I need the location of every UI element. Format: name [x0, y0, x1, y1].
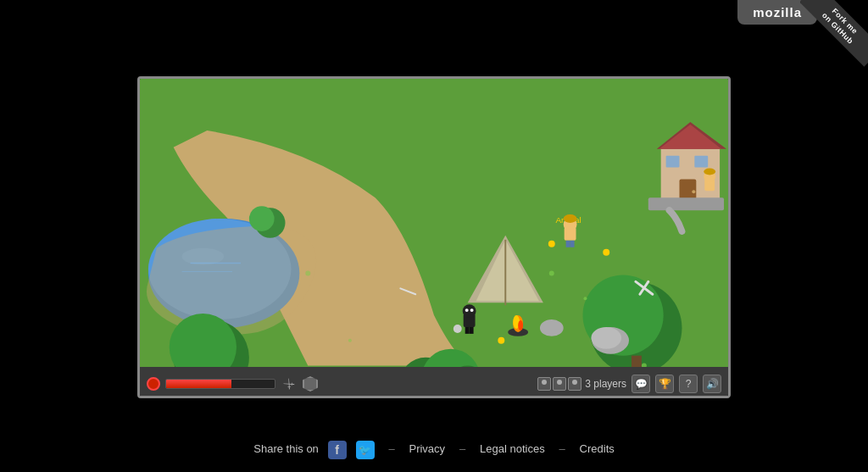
health-icon [147, 377, 160, 391]
hud-bar: ⚔ 3 players 💬 🏆 ? 🔊 [140, 367, 728, 398]
svg-point-38 [463, 304, 476, 318]
credits-link[interactable]: Credits [580, 442, 615, 455]
game-canvas[interactable]: Animal [140, 79, 728, 367]
svg-point-30 [518, 320, 523, 330]
svg-point-54 [603, 249, 609, 256]
share-text: Share this on [253, 442, 319, 455]
svg-point-34 [564, 214, 577, 223]
players-count-label: 3 players [585, 378, 626, 390]
trophy-icon[interactable]: 🏆 [655, 375, 674, 393]
svg-rect-22 [694, 156, 708, 168]
terrain-svg: Animal [140, 79, 728, 367]
svg-point-60 [348, 339, 352, 342]
svg-rect-11 [632, 356, 642, 367]
svg-point-40 [470, 308, 474, 312]
players-icons [537, 377, 581, 391]
svg-point-39 [465, 308, 469, 312]
svg-point-59 [305, 271, 310, 276]
svg-point-55 [498, 337, 504, 344]
separator-1: – [388, 442, 394, 455]
svg-point-56 [549, 271, 554, 276]
twitter-link[interactable]: 🐦 [356, 441, 375, 459]
svg-point-57 [583, 297, 587, 300]
svg-point-48 [591, 327, 621, 349]
chat-icon[interactable]: 💬 [632, 375, 650, 393]
svg-rect-41 [465, 327, 470, 334]
svg-point-46 [704, 169, 715, 175]
github-ribbon[interactable]: Fork meon GitHub [800, 0, 868, 68]
game-container: Animal [137, 76, 731, 398]
sword-icon: ⚔ [277, 372, 301, 396]
health-bar-fill [166, 380, 231, 388]
svg-point-20 [692, 190, 695, 193]
svg-rect-23 [648, 197, 724, 210]
svg-point-8 [249, 206, 275, 231]
player-icon-2 [553, 377, 566, 391]
separator-3: – [559, 442, 565, 455]
svg-rect-36 [570, 241, 575, 247]
players-group: 3 players [537, 377, 626, 391]
health-bar [165, 379, 275, 389]
svg-point-53 [548, 241, 555, 247]
footer: Share this on f 🐦 – Privacy – Legal noti… [0, 441, 868, 459]
svg-point-43 [453, 325, 462, 333]
sound-icon[interactable]: 🔊 [703, 375, 721, 393]
privacy-link[interactable]: Privacy [409, 442, 445, 455]
svg-rect-42 [470, 327, 474, 334]
player-icon-1 [537, 377, 551, 391]
separator-2: – [459, 442, 465, 455]
player-icon-3 [568, 377, 581, 391]
legal-notices-link[interactable]: Legal notices [480, 442, 545, 455]
svg-rect-21 [666, 156, 680, 168]
settings-icon[interactable]: ? [679, 375, 698, 393]
facebook-link[interactable]: f [328, 441, 347, 459]
github-ribbon-text: Fork meon GitHub [800, 0, 868, 67]
shield-icon [303, 376, 318, 391]
svg-rect-35 [566, 241, 570, 247]
svg-point-49 [540, 319, 564, 336]
